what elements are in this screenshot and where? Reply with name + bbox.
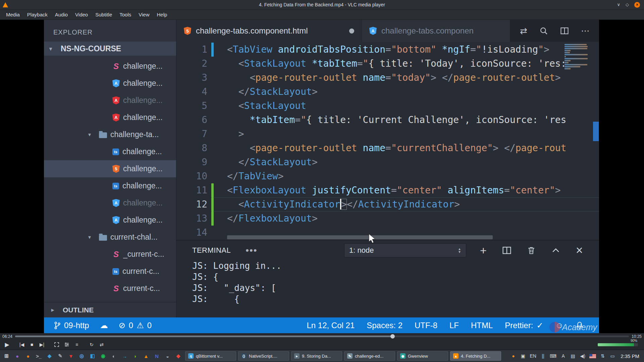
explorer-file-item[interactable]: S_current-c... <box>44 246 176 263</box>
us-flag-icon[interactable] <box>589 354 596 358</box>
formatter-indicator[interactable]: Prettier: ✓ <box>499 321 548 330</box>
menu-view[interactable]: View <box>135 10 153 19</box>
menu-help[interactable]: Help <box>154 10 171 19</box>
fullscreen-button[interactable] <box>52 341 61 349</box>
explorer-root-folder[interactable]: ▾ NS-NG-COURSE <box>44 42 176 56</box>
volume-icon[interactable]: ◀) <box>580 353 586 359</box>
nativescript-icon[interactable]: N <box>152 352 161 361</box>
eol-indicator[interactable]: LF <box>444 321 464 330</box>
code-line[interactable]: 8 <page-router-outlet name="currentChall… <box>176 141 599 155</box>
minimize-button[interactable]: ∨ <box>617 2 620 7</box>
explorer-file-item[interactable]: Achallenge... <box>44 109 176 126</box>
close-panel-icon[interactable]: × <box>576 245 583 255</box>
code-line[interactable]: 2 <StackLayout *tabItem="{ title: 'Today… <box>176 57 599 71</box>
maximize-button[interactable]: ◇ <box>626 2 629 7</box>
outline-section[interactable]: ▸ OUTLINE <box>44 302 176 317</box>
steam-icon[interactable]: ◒ <box>163 352 172 361</box>
horizontal-scrollbar[interactable] <box>227 235 493 239</box>
new-terminal-icon[interactable]: + <box>480 245 487 255</box>
code-line[interactable]: 5 <StackLayout <box>176 99 599 113</box>
task-button[interactable]: ▲4. Fetching D... <box>450 351 501 361</box>
menu-audio[interactable]: Audio <box>52 10 71 19</box>
previous-button[interactable]: |◀ <box>17 341 26 349</box>
encoding-indicator[interactable]: UTF-8 <box>409 321 443 330</box>
kate-icon[interactable]: ✎ <box>56 352 65 361</box>
pause-icon[interactable]: || <box>540 353 546 359</box>
menu-video[interactable]: Video <box>72 10 91 19</box>
explorer-file-item[interactable]: Achallenge... <box>44 194 176 212</box>
explorer-file-item[interactable]: tschallenge... <box>44 143 176 160</box>
code-line[interactable]: 1<TabView androidTabsPosition="bottom" *… <box>176 43 599 57</box>
firefox-tray-icon[interactable]: ● <box>510 353 516 359</box>
terminal-output[interactable]: JS: Logging in...JS: {JS: "_days": [JS: … <box>176 260 599 305</box>
tab-challenge-tabs-html[interactable]: 5 challenge-tabs.component.html <box>176 20 362 42</box>
telegram-icon[interactable]: → <box>120 352 129 361</box>
tab-challenge-tabs-ts[interactable]: A challenge-tabs.componen <box>362 20 510 42</box>
explorer-file-item[interactable]: Achallenge... <box>44 92 176 109</box>
explorer-file-item[interactable]: 5challenge... <box>44 160 176 177</box>
play-button[interactable]: ▶ <box>3 341 11 349</box>
maximize-panel-icon[interactable] <box>551 246 560 255</box>
dolphin-icon[interactable]: ◆ <box>45 352 54 361</box>
loop-button[interactable]: ↻ <box>87 341 96 349</box>
code-line[interactable]: 12 <ActivityIndicator></ActivityIndicato… <box>176 197 599 212</box>
language-mode-indicator[interactable]: HTML <box>466 321 498 330</box>
open-preview-icon[interactable] <box>539 26 548 35</box>
gimp-icon[interactable]: ◐ <box>109 352 118 361</box>
vlc-icon[interactable]: ▲ <box>142 352 151 361</box>
menu-playback[interactable]: Playback <box>24 10 51 19</box>
battery-icon[interactable]: ▭ <box>609 353 615 359</box>
problems-indicator[interactable]: ⊘ 0 ⚠ 0 <box>113 321 157 330</box>
explorer-file-item[interactable]: Achallenge... <box>44 75 176 92</box>
notifications-indicator[interactable] <box>570 321 589 330</box>
vscode-icon[interactable]: ◧ <box>88 352 97 361</box>
taskbar-clock[interactable]: 2:35 PM <box>618 353 642 359</box>
task-button[interactable]: ▸9. Storing Da... <box>291 351 342 361</box>
stop-button[interactable]: ■ <box>28 341 36 349</box>
opensuse-icon[interactable]: ◗ <box>131 352 140 361</box>
volume-control[interactable]: 90% <box>598 343 641 346</box>
explorer-file-item[interactable]: tscurrent-c... <box>44 263 176 280</box>
close-button[interactable]: × <box>634 2 640 8</box>
clipboard-icon[interactable]: ▤ <box>570 353 576 359</box>
task-button[interactable]: ◉Gwenview <box>397 351 448 361</box>
open-changes-icon[interactable]: ⇄ <box>520 26 527 36</box>
code-line[interactable]: 11<FlexboxLayout justifyContent="center"… <box>176 183 599 197</box>
code-line[interactable]: 7 > <box>176 127 599 141</box>
code-line[interactable]: 3 <page-router-outlet name="today"> </pa… <box>176 71 599 85</box>
kdeconnect-icon[interactable]: ▣ <box>520 353 526 359</box>
publish-button[interactable]: ☁ <box>95 321 113 330</box>
next-button[interactable]: ▶| <box>38 341 46 349</box>
video-area[interactable]: EXPLORER ▾ NS-NG-COURSE Schallenge...Ach… <box>0 20 644 333</box>
explorer-folder-item[interactable]: ▾current-chal... <box>44 229 176 246</box>
playlist-button[interactable]: ≡ <box>72 341 81 349</box>
random-button[interactable]: ⇄ <box>97 341 106 349</box>
indentation-indicator[interactable]: Spaces: 2 <box>361 321 408 330</box>
task-button[interactable]: qqBittorrent v... <box>185 351 236 361</box>
task-button[interactable]: {}NativeScript.... <box>238 351 289 361</box>
more-actions-icon[interactable]: ⋯ <box>581 26 590 36</box>
feedback-smiley[interactable]: ☺ <box>550 321 569 330</box>
firefox-icon[interactable]: ● <box>23 352 33 361</box>
git-branch-indicator[interactable]: 09-http <box>49 321 95 330</box>
terminal-instance-select[interactable]: 1: node ▲▼ <box>344 243 466 257</box>
explorer-file-item[interactable]: Schallenge... <box>44 58 176 75</box>
task-button[interactable]: ✎challenge-ed... <box>344 351 395 361</box>
konsole-icon[interactable]: >_ <box>34 352 43 361</box>
browser-purple-icon[interactable]: ● <box>13 352 22 361</box>
terminal-tab[interactable]: TERMINAL <box>192 246 231 255</box>
app-menu-icon[interactable]: ⊞ <box>2 352 11 361</box>
explorer-file-item[interactable]: Scurrent-c... <box>44 280 176 297</box>
modified-indicator-icon[interactable] <box>349 28 354 34</box>
keyboard-icon[interactable]: ⌨ <box>550 353 556 359</box>
jdownloader-icon[interactable]: ▼ <box>66 352 75 361</box>
explorer-folder-item[interactable]: ▾challenge-ta... <box>44 126 176 143</box>
code-line[interactable]: 13</FlexboxLayout> <box>176 212 599 226</box>
menu-tools[interactable]: Tools <box>116 10 135 19</box>
network-icon[interactable]: ⇅ <box>600 353 606 359</box>
spotify-icon[interactable]: ◉ <box>99 352 108 361</box>
minimap[interactable] <box>562 43 591 71</box>
code-editor[interactable]: 1<TabView androidTabsPosition="bottom" *… <box>176 42 599 240</box>
anydesk-icon[interactable]: ◆ <box>174 352 183 361</box>
cursor-position-indicator[interactable]: Ln 12, Col 21 <box>301 321 360 330</box>
